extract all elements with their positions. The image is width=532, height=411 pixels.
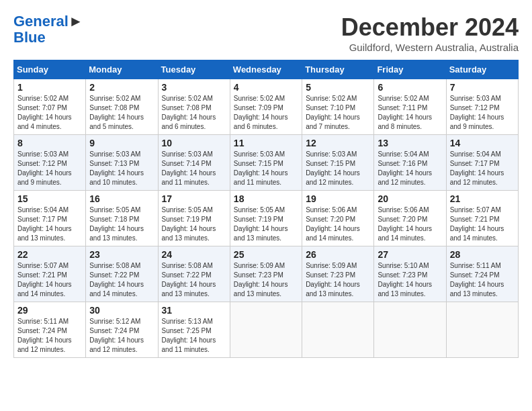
calendar-week-row: 29Sunrise: 5:11 AM Sunset: 7:24 PM Dayli…	[14, 302, 519, 358]
day-number: 10	[162, 138, 226, 148]
logo-text-2: Blue	[13, 30, 83, 46]
calendar-day-cell: 20Sunrise: 5:06 AM Sunset: 7:20 PM Dayli…	[374, 191, 446, 246]
day-info: Sunrise: 5:10 AM Sunset: 7:23 PM Dayligh…	[378, 261, 442, 299]
calendar-day-cell: 7Sunrise: 5:03 AM Sunset: 7:12 PM Daylig…	[446, 79, 518, 135]
location: Guildford, Western Australia, Australia	[341, 42, 519, 53]
day-number: 18	[234, 193, 298, 204]
calendar-day-cell: 29Sunrise: 5:11 AM Sunset: 7:24 PM Dayli…	[14, 302, 86, 358]
calendar-week-row: 1Sunrise: 5:02 AM Sunset: 7:07 PM Daylig…	[14, 79, 519, 135]
day-number: 20	[378, 193, 442, 204]
page-header: General► Blue December 2024 Guildford, W…	[13, 13, 519, 53]
calendar-day-cell: 23Sunrise: 5:08 AM Sunset: 7:22 PM Dayli…	[86, 246, 158, 302]
day-number: 1	[17, 82, 82, 93]
logo: General► Blue	[13, 13, 83, 46]
calendar-table: Sunday Monday Tuesday Wednesday Thursday…	[13, 60, 519, 358]
day-number: 17	[162, 193, 226, 204]
calendar-day-cell: 9Sunrise: 5:03 AM Sunset: 7:13 PM Daylig…	[86, 135, 158, 191]
day-info: Sunrise: 5:02 AM Sunset: 7:08 PM Dayligh…	[162, 94, 226, 132]
day-number: 13	[378, 138, 442, 148]
day-info: Sunrise: 5:11 AM Sunset: 7:24 PM Dayligh…	[17, 317, 82, 355]
day-info: Sunrise: 5:07 AM Sunset: 7:21 PM Dayligh…	[450, 205, 515, 243]
calendar-day-cell: 26Sunrise: 5:09 AM Sunset: 7:23 PM Dayli…	[302, 246, 374, 302]
day-info: Sunrise: 5:05 AM Sunset: 7:18 PM Dayligh…	[89, 205, 154, 243]
calendar-day-cell: 19Sunrise: 5:06 AM Sunset: 7:20 PM Dayli…	[302, 191, 374, 246]
day-info: Sunrise: 5:02 AM Sunset: 7:09 PM Dayligh…	[234, 94, 298, 132]
calendar-day-cell	[446, 302, 518, 358]
day-number: 2	[89, 82, 154, 93]
day-number: 23	[89, 249, 154, 260]
calendar-day-cell: 30Sunrise: 5:12 AM Sunset: 7:24 PM Dayli…	[86, 302, 158, 358]
calendar-day-cell: 3Sunrise: 5:02 AM Sunset: 7:08 PM Daylig…	[158, 79, 230, 135]
title-block: December 2024 Guildford, Western Austral…	[341, 13, 519, 53]
day-info: Sunrise: 5:02 AM Sunset: 7:11 PM Dayligh…	[378, 94, 442, 132]
calendar-day-cell: 27Sunrise: 5:10 AM Sunset: 7:23 PM Dayli…	[374, 246, 446, 302]
day-number: 8	[17, 138, 82, 148]
day-number: 15	[17, 193, 82, 204]
day-number: 19	[306, 193, 370, 204]
calendar-day-cell: 24Sunrise: 5:08 AM Sunset: 7:22 PM Dayli…	[158, 246, 230, 302]
calendar-day-cell: 31Sunrise: 5:13 AM Sunset: 7:25 PM Dayli…	[158, 302, 230, 358]
calendar-day-cell: 13Sunrise: 5:04 AM Sunset: 7:16 PM Dayli…	[374, 135, 446, 191]
day-info: Sunrise: 5:13 AM Sunset: 7:25 PM Dayligh…	[162, 317, 226, 355]
calendar-day-cell: 4Sunrise: 5:02 AM Sunset: 7:09 PM Daylig…	[230, 79, 302, 135]
calendar-day-cell: 17Sunrise: 5:05 AM Sunset: 7:19 PM Dayli…	[158, 191, 230, 246]
day-number: 6	[378, 82, 442, 93]
day-info: Sunrise: 5:07 AM Sunset: 7:21 PM Dayligh…	[17, 261, 82, 299]
day-number: 27	[378, 249, 442, 260]
day-number: 24	[162, 249, 226, 260]
logo-text: General►	[13, 13, 83, 30]
day-info: Sunrise: 5:08 AM Sunset: 7:22 PM Dayligh…	[162, 261, 226, 299]
day-number: 3	[162, 82, 226, 93]
day-info: Sunrise: 5:04 AM Sunset: 7:17 PM Dayligh…	[17, 205, 82, 243]
calendar-day-cell: 5Sunrise: 5:02 AM Sunset: 7:10 PM Daylig…	[302, 79, 374, 135]
calendar-week-row: 15Sunrise: 5:04 AM Sunset: 7:17 PM Dayli…	[14, 191, 519, 246]
day-info: Sunrise: 5:02 AM Sunset: 7:10 PM Dayligh…	[306, 94, 370, 132]
calendar-day-cell: 25Sunrise: 5:09 AM Sunset: 7:23 PM Dayli…	[230, 246, 302, 302]
day-info: Sunrise: 5:03 AM Sunset: 7:15 PM Dayligh…	[234, 150, 298, 187]
col-sunday: Sunday	[14, 60, 86, 79]
day-info: Sunrise: 5:02 AM Sunset: 7:08 PM Dayligh…	[89, 94, 154, 132]
day-number: 11	[234, 138, 298, 148]
day-number: 31	[162, 305, 226, 316]
calendar-day-cell: 16Sunrise: 5:05 AM Sunset: 7:18 PM Dayli…	[86, 191, 158, 246]
col-wednesday: Wednesday	[230, 60, 302, 79]
day-info: Sunrise: 5:05 AM Sunset: 7:19 PM Dayligh…	[162, 205, 226, 243]
calendar-week-row: 22Sunrise: 5:07 AM Sunset: 7:21 PM Dayli…	[14, 246, 519, 302]
day-info: Sunrise: 5:03 AM Sunset: 7:13 PM Dayligh…	[89, 150, 154, 187]
day-number: 25	[234, 249, 298, 260]
col-tuesday: Tuesday	[158, 60, 230, 79]
day-info: Sunrise: 5:03 AM Sunset: 7:14 PM Dayligh…	[162, 150, 226, 187]
day-info: Sunrise: 5:06 AM Sunset: 7:20 PM Dayligh…	[378, 205, 442, 243]
day-number: 14	[450, 138, 515, 148]
day-number: 16	[89, 193, 154, 204]
calendar-day-cell: 8Sunrise: 5:03 AM Sunset: 7:12 PM Daylig…	[14, 135, 86, 191]
month-title: December 2024	[341, 13, 519, 42]
day-info: Sunrise: 5:05 AM Sunset: 7:19 PM Dayligh…	[234, 205, 298, 243]
day-number: 30	[89, 305, 154, 316]
calendar-day-cell: 15Sunrise: 5:04 AM Sunset: 7:17 PM Dayli…	[14, 191, 86, 246]
calendar-day-cell: 28Sunrise: 5:11 AM Sunset: 7:24 PM Dayli…	[446, 246, 518, 302]
day-info: Sunrise: 5:03 AM Sunset: 7:12 PM Dayligh…	[17, 150, 82, 187]
day-number: 5	[306, 82, 370, 93]
calendar-header-row: Sunday Monday Tuesday Wednesday Thursday…	[14, 60, 519, 79]
calendar-day-cell: 14Sunrise: 5:04 AM Sunset: 7:17 PM Dayli…	[446, 135, 518, 191]
day-number: 12	[306, 138, 370, 148]
day-info: Sunrise: 5:06 AM Sunset: 7:20 PM Dayligh…	[306, 205, 370, 243]
calendar-day-cell: 6Sunrise: 5:02 AM Sunset: 7:11 PM Daylig…	[374, 79, 446, 135]
day-number: 26	[306, 249, 370, 260]
calendar-day-cell: 21Sunrise: 5:07 AM Sunset: 7:21 PM Dayli…	[446, 191, 518, 246]
calendar-day-cell	[374, 302, 446, 358]
day-info: Sunrise: 5:03 AM Sunset: 7:15 PM Dayligh…	[306, 150, 370, 187]
day-info: Sunrise: 5:08 AM Sunset: 7:22 PM Dayligh…	[89, 261, 154, 299]
col-monday: Monday	[86, 60, 158, 79]
calendar-day-cell	[302, 302, 374, 358]
day-number: 21	[450, 193, 515, 204]
calendar-day-cell: 11Sunrise: 5:03 AM Sunset: 7:15 PM Dayli…	[230, 135, 302, 191]
calendar-day-cell	[230, 302, 302, 358]
day-info: Sunrise: 5:02 AM Sunset: 7:07 PM Dayligh…	[17, 94, 82, 132]
day-info: Sunrise: 5:09 AM Sunset: 7:23 PM Dayligh…	[306, 261, 370, 299]
day-number: 7	[450, 82, 515, 93]
day-number: 28	[450, 249, 515, 260]
day-info: Sunrise: 5:12 AM Sunset: 7:24 PM Dayligh…	[89, 317, 154, 355]
day-info: Sunrise: 5:03 AM Sunset: 7:12 PM Dayligh…	[450, 94, 515, 132]
